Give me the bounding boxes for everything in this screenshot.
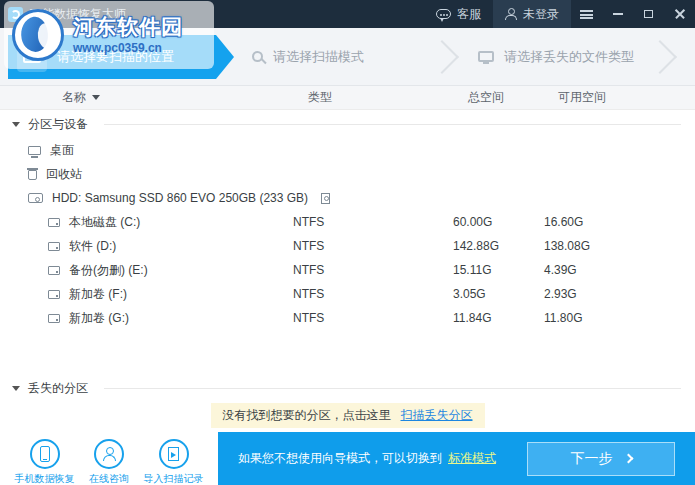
table-row-desktop[interactable]: 桌面 (0, 138, 695, 162)
next-step-label: 下一步 (571, 450, 613, 468)
table-row-drive-g[interactable]: 新加卷 (G:) NTFS 11.84G 11.80G (0, 306, 695, 330)
section-divider (104, 124, 681, 125)
step-select-file-type: 请选择丢失的文件类型 (478, 28, 634, 85)
partition-icon (48, 266, 60, 275)
row-free: 4.39G (542, 263, 695, 277)
partition-icon (48, 290, 60, 299)
lost-partition-notice: 没有找到想要的分区，点击这里 扫描丢失分区 (211, 403, 485, 428)
table-row-drive-f[interactable]: 新加卷 (F:) NTFS 3.05G 2.93G (0, 282, 695, 306)
monitor-icon (478, 51, 494, 62)
section-divider (104, 388, 681, 389)
import-icon (168, 447, 179, 461)
step-select-scan-mode: 请选择扫描模式 (252, 28, 364, 85)
import-icon-circle (159, 439, 189, 469)
row-name: 桌面 (50, 142, 74, 159)
footer-bar: 手机数据恢复 在线咨询 导入扫描记录 如果您不想使用向导模式，可以切换到 标准模… (0, 432, 695, 485)
phone-icon (40, 446, 50, 462)
row-total: 60.00G (430, 215, 542, 229)
row-type: NTFS (275, 239, 430, 253)
header-type[interactable]: 类型 (275, 89, 430, 106)
row-name: 软件 (D:) (69, 238, 116, 255)
login-label: 未登录 (523, 6, 559, 23)
disk-info-icon[interactable] (321, 193, 330, 204)
person-icon (102, 447, 116, 461)
notice-text: 没有找到想要的分区，点击这里 (223, 407, 391, 424)
table-header: 名称 类型 总空间 可用空间 (0, 86, 695, 110)
online-support-button[interactable]: 在线咨询 (89, 439, 129, 485)
online-support-label: 在线咨询 (89, 472, 129, 485)
section-devices[interactable]: 分区与设备 (0, 110, 695, 138)
person-icon-circle (94, 439, 124, 469)
row-name: 回收站 (46, 166, 82, 183)
next-step-button[interactable]: 下一步 (527, 442, 675, 476)
mode-hint-text: 如果您不想使用向导模式，可以切换到 (238, 450, 442, 467)
row-type: NTFS (275, 263, 430, 277)
table-row-drive-d[interactable]: 软件 (D:) NTFS 142.88G 138.08G (0, 234, 695, 258)
step1-label: 请选择要扫描的位置 (57, 48, 174, 66)
header-name-label: 名称 (62, 89, 86, 106)
row-type: NTFS (275, 311, 430, 325)
arrow-right-icon (623, 454, 633, 464)
row-type: NTFS (275, 287, 430, 301)
drive-icon (23, 51, 41, 63)
customer-service-label: 客服 (457, 6, 481, 23)
row-name: 新加卷 (F:) (69, 286, 127, 303)
desktop-icon (28, 146, 41, 155)
phone-recovery-label: 手机数据恢复 (15, 472, 75, 485)
recycle-bin-icon (28, 170, 37, 180)
sort-caret-icon (92, 95, 100, 100)
row-total: 142.88G (430, 239, 542, 253)
section-lost-partitions[interactable]: 丢失的分区 (0, 374, 695, 402)
table-row-drive-c[interactable]: 本地磁盘 (C:) NTFS 60.00G 16.60G (0, 210, 695, 234)
maximize-button[interactable] (633, 0, 664, 28)
step-divider-chevron (425, 40, 459, 74)
import-scan-record-button[interactable]: 导入扫描记录 (144, 439, 204, 485)
partition-icon (48, 242, 60, 251)
close-button[interactable] (664, 0, 695, 28)
close-icon (675, 9, 685, 19)
section-lost-label: 丢失的分区 (28, 380, 88, 397)
partition-icon (48, 218, 60, 227)
row-free: 16.60G (542, 215, 695, 229)
app-logo-icon (8, 7, 23, 22)
step3-label: 请选择丢失的文件类型 (504, 48, 634, 66)
import-scan-record-label: 导入扫描记录 (144, 472, 204, 485)
row-name: HDD: Samsung SSD 860 EVO 250GB (233 GB) (52, 191, 308, 205)
step2-label: 请选择扫描模式 (273, 48, 364, 66)
login-button[interactable]: 未登录 (493, 0, 571, 28)
hdd-icon (28, 193, 43, 203)
row-free: 138.08G (542, 239, 695, 253)
hamburger-icon (580, 10, 593, 19)
window-title: 万能数据恢复大师 (30, 6, 126, 23)
table-row-recycle-bin[interactable]: 回收站 (0, 162, 695, 186)
standard-mode-link[interactable]: 标准模式 (448, 450, 496, 467)
minimize-button[interactable] (602, 0, 633, 28)
row-free: 11.80G (542, 311, 695, 325)
scan-lost-partition-link[interactable]: 扫描丢失分区 (401, 407, 473, 424)
table-row-hdd[interactable]: HDD: Samsung SSD 860 EVO 250GB (233 GB) (0, 186, 695, 210)
header-total[interactable]: 总空间 (430, 89, 542, 106)
search-icon (252, 51, 263, 62)
header-name[interactable]: 名称 (0, 89, 275, 106)
row-free: 2.93G (542, 287, 695, 301)
menu-button[interactable] (571, 0, 602, 28)
chat-bubble-icon (436, 9, 451, 19)
titlebar: 万能数据恢复大师 客服 未登录 (0, 0, 695, 28)
row-total: 3.05G (430, 287, 542, 301)
collapse-triangle-icon (12, 122, 20, 127)
row-type: NTFS (275, 215, 430, 229)
wizard-steps: 请选择要扫描的位置 请选择扫描模式 请选择丢失的文件类型 (0, 28, 695, 86)
header-free[interactable]: 可用空间 (542, 89, 695, 106)
step1-icon-chip (17, 42, 47, 72)
step-select-location: 请选择要扫描的位置 (8, 35, 234, 79)
table-row-drive-e[interactable]: 备份(勿删) (E:) NTFS 15.11G 4.39G (0, 258, 695, 282)
phone-recovery-button[interactable]: 手机数据恢复 (15, 439, 75, 485)
lost-partition-notice-row: 没有找到想要的分区，点击这里 扫描丢失分区 (0, 402, 695, 428)
row-name: 本地磁盘 (C:) (69, 214, 140, 231)
step-divider-chevron (643, 40, 677, 74)
footer-tools: 手机数据恢复 在线咨询 导入扫描记录 (0, 432, 218, 485)
partition-icon (48, 314, 60, 323)
section-devices-label: 分区与设备 (28, 116, 88, 133)
customer-service-button[interactable]: 客服 (424, 0, 493, 28)
footer-blue-bar: 如果您不想使用向导模式，可以切换到 标准模式 下一步 (218, 432, 695, 485)
